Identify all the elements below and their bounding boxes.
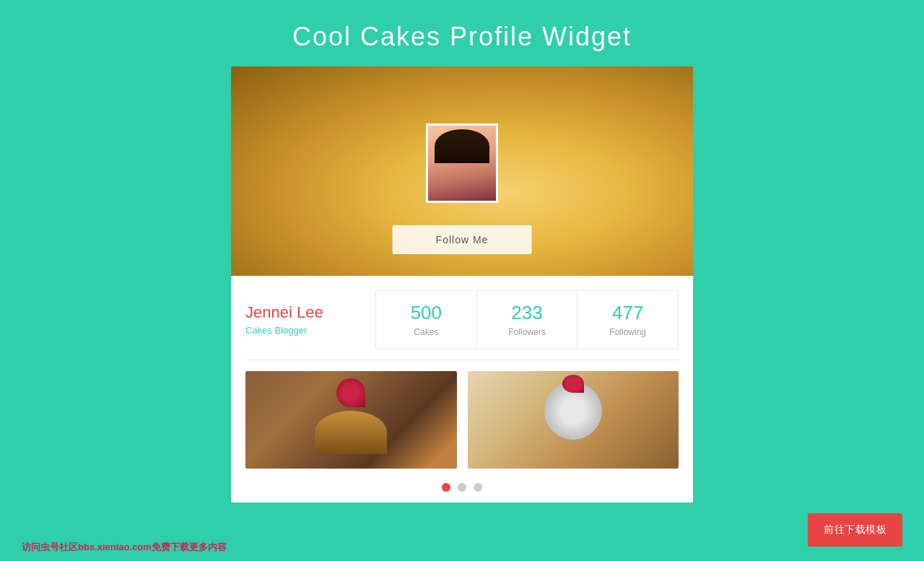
profile-info-section: Jennei Lee Cakes Blogger 500 Cakes 233 F… <box>231 276 693 360</box>
stats-grid: 500 Cakes 233 Followers 477 Following <box>375 290 679 349</box>
stat-followers-number: 233 <box>484 302 570 324</box>
follow-button-wrapper: Follow Me <box>393 225 532 254</box>
user-name: Jennei Lee <box>245 303 361 322</box>
page-title: Cool Cakes Profile Widget <box>0 0 924 66</box>
watermark-text: 访问虫号社区bbs.xienlao.com免费下载更多内容 <box>22 541 227 554</box>
pagination-dot-2[interactable] <box>458 483 466 492</box>
avatar-face <box>428 126 496 201</box>
pagination-dot-1[interactable] <box>442 483 450 492</box>
stat-cakes: 500 Cakes <box>376 291 477 348</box>
follow-button[interactable]: Follow Me <box>393 225 532 254</box>
pagination-dots <box>231 476 693 503</box>
stat-cakes-number: 500 <box>383 302 469 324</box>
stat-cakes-label: Cakes <box>383 327 469 337</box>
stat-following: 477 Following <box>578 291 678 348</box>
stat-followers-label: Followers <box>484 327 570 337</box>
user-role: Cakes Blogger <box>245 325 361 336</box>
photo-item-1[interactable] <box>245 371 457 469</box>
profile-widget: Follow Me Jennei Lee Cakes Blogger 500 C… <box>231 66 693 503</box>
download-button[interactable]: 前往下载模板 <box>808 513 902 547</box>
user-details: Jennei Lee Cakes Blogger <box>245 303 361 336</box>
avatar <box>426 123 498 203</box>
pagination-dot-3[interactable] <box>474 483 482 492</box>
cover-image: Follow Me <box>231 66 693 276</box>
download-button-wrapper: 前往下载模板 <box>808 513 902 547</box>
photo-grid <box>231 360 693 476</box>
stat-following-label: Following <box>585 327 671 337</box>
stat-followers: 233 Followers <box>477 291 578 348</box>
stat-following-number: 477 <box>585 302 671 324</box>
photo-item-2[interactable] <box>468 371 679 469</box>
